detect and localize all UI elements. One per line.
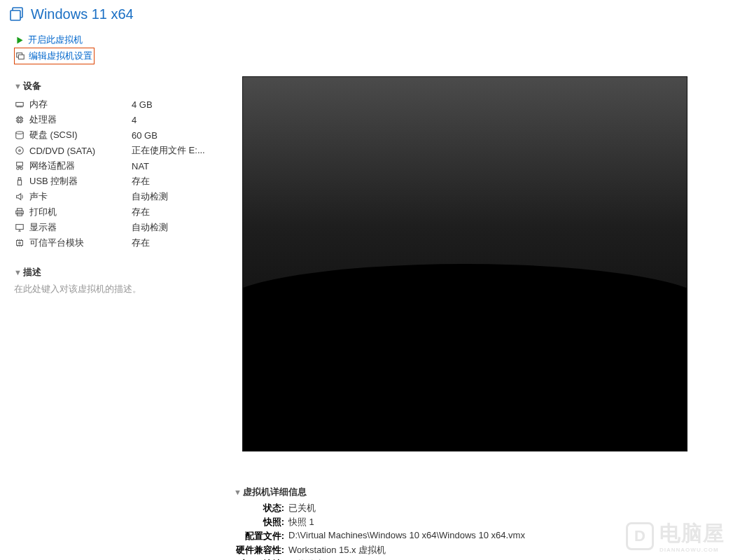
disk-icon <box>14 130 25 141</box>
caret-down-icon: ▼ <box>14 82 22 90</box>
details-label: 状态: <box>234 502 284 514</box>
device-row[interactable]: 显示器自动检测 <box>14 220 210 235</box>
printer-icon <box>14 206 25 218</box>
svg-point-8 <box>16 132 24 134</box>
device-value: 存在 <box>132 206 150 218</box>
device-name: 硬盘 (SCSI) <box>29 129 132 141</box>
edit-settings-highlight: 编辑虚拟机设置 <box>14 48 95 64</box>
device-row[interactable]: 硬盘 (SCSI)60 GB <box>14 127 210 143</box>
vm-details-section: ▼ 虚拟机详细信息 状态:已关机快照:快照 1配置文件:D:\Virtual M… <box>234 486 715 560</box>
title-bar: Windows 11 x64 <box>0 0 733 28</box>
svg-rect-15 <box>18 178 21 181</box>
play-icon <box>14 34 25 46</box>
svg-point-10 <box>19 150 21 152</box>
description-title: 描述 <box>23 266 41 279</box>
description-header[interactable]: ▼ 描述 <box>14 266 210 279</box>
svg-rect-19 <box>16 225 24 230</box>
details-row: 硬件兼容性:Workstation 15.x 虚拟机 <box>234 543 715 557</box>
details-row: 配置文件:D:\Virtual Machines\Windows 10 x64\… <box>234 529 715 543</box>
svg-rect-1 <box>11 10 20 20</box>
cpu-icon <box>14 114 25 125</box>
device-name: 网络适配器 <box>29 160 132 172</box>
device-value: 正在使用文件 E:... <box>132 144 205 157</box>
details-value: Workstation 15.x 虚拟机 <box>288 544 386 556</box>
device-value: 自动检测 <box>132 190 168 203</box>
svg-rect-6 <box>18 118 22 122</box>
details-value: 已关机 <box>288 502 316 514</box>
device-value: 4 <box>132 115 137 125</box>
caret-down-icon: ▼ <box>234 488 242 496</box>
device-row[interactable]: 处理器4 <box>14 112 210 127</box>
details-row: 状态:已关机 <box>234 501 715 515</box>
main-panel: ▼ 虚拟机详细信息 状态:已关机快照:快照 1配置文件:D:\Virtual M… <box>224 28 733 560</box>
device-name: CD/DVD (SATA) <box>29 146 132 156</box>
svg-marker-2 <box>17 36 22 43</box>
device-value: 存在 <box>132 237 150 249</box>
settings-icon <box>15 50 26 62</box>
device-value: 自动检测 <box>132 221 168 234</box>
vm-preview-thumbnail[interactable] <box>243 77 687 451</box>
details-label: 配置文件: <box>234 530 284 542</box>
devices-title: 设备 <box>23 80 41 92</box>
device-name: 显示器 <box>29 221 132 234</box>
edit-settings-label: 编辑虚拟机设置 <box>29 50 92 62</box>
svg-rect-11 <box>17 162 23 166</box>
device-row[interactable]: CD/DVD (SATA)正在使用文件 E:... <box>14 143 210 158</box>
device-row[interactable]: 可信平台模块存在 <box>14 235 210 251</box>
svg-point-9 <box>16 147 24 155</box>
device-value: NAT <box>132 161 149 172</box>
details-value: D:\Virtual Machines\Windows 10 x64\Windo… <box>288 530 525 542</box>
power-on-label: 开启此虚拟机 <box>28 34 83 46</box>
power-on-link[interactable]: 开启此虚拟机 <box>14 32 210 48</box>
caret-down-icon: ▼ <box>14 268 22 276</box>
memory-icon <box>14 99 25 110</box>
disc-icon <box>14 145 25 156</box>
tpm-icon <box>14 237 25 248</box>
device-value: 存在 <box>132 175 150 188</box>
display-icon <box>14 222 25 233</box>
device-row[interactable]: USB 控制器存在 <box>14 174 210 189</box>
device-name: 声卡 <box>29 190 132 203</box>
details-label: 硬件兼容性: <box>234 544 284 556</box>
vm-details-header[interactable]: ▼ 虚拟机详细信息 <box>234 486 715 498</box>
devices-section: ▼ 设备 内存4 GB处理器4硬盘 (SCSI)60 GBCD/DVD (SAT… <box>14 80 210 251</box>
device-name: 处理器 <box>29 113 132 126</box>
devices-header[interactable]: ▼ 设备 <box>14 80 210 92</box>
device-row[interactable]: 网络适配器NAT <box>14 158 210 174</box>
device-value: 60 GB <box>132 130 158 141</box>
vm-tab-icon <box>8 6 25 22</box>
network-icon <box>14 160 25 172</box>
device-row[interactable]: 内存4 GB <box>14 97 210 112</box>
svg-rect-4 <box>18 55 24 59</box>
svg-rect-14 <box>18 180 21 185</box>
details-row: 快照:快照 1 <box>234 515 715 529</box>
svg-rect-7 <box>18 118 21 121</box>
device-row[interactable]: 打印机存在 <box>14 204 210 220</box>
description-section: ▼ 描述 在此处键入对该虚拟机的描述。 <box>14 266 210 295</box>
details-row: 主 IP 地址:网络信息不可用 <box>234 557 715 560</box>
details-label: 快照: <box>234 516 284 528</box>
details-value: 快照 1 <box>288 516 314 528</box>
sidebar: 开启此虚拟机 编辑虚拟机设置 ▼ 设备 内存4 GB处理器4硬盘 <box>0 28 224 560</box>
svg-rect-20 <box>17 241 23 246</box>
page-title: Windows 11 x64 <box>31 6 134 22</box>
device-name: 内存 <box>29 98 132 111</box>
edit-settings-link[interactable]: 编辑虚拟机设置 <box>15 48 92 64</box>
device-value: 4 GB <box>132 99 153 110</box>
svg-rect-5 <box>16 102 24 106</box>
device-row[interactable]: 声卡自动检测 <box>14 189 210 204</box>
device-name: 可信平台模块 <box>29 237 132 249</box>
device-name: 打印机 <box>29 206 132 218</box>
description-placeholder[interactable]: 在此处键入对该虚拟机的描述。 <box>14 283 210 295</box>
vm-details-title: 虚拟机详细信息 <box>243 486 307 498</box>
usb-icon <box>14 176 25 187</box>
svg-point-21 <box>19 242 21 244</box>
device-name: USB 控制器 <box>29 175 132 188</box>
sound-icon <box>14 191 25 202</box>
